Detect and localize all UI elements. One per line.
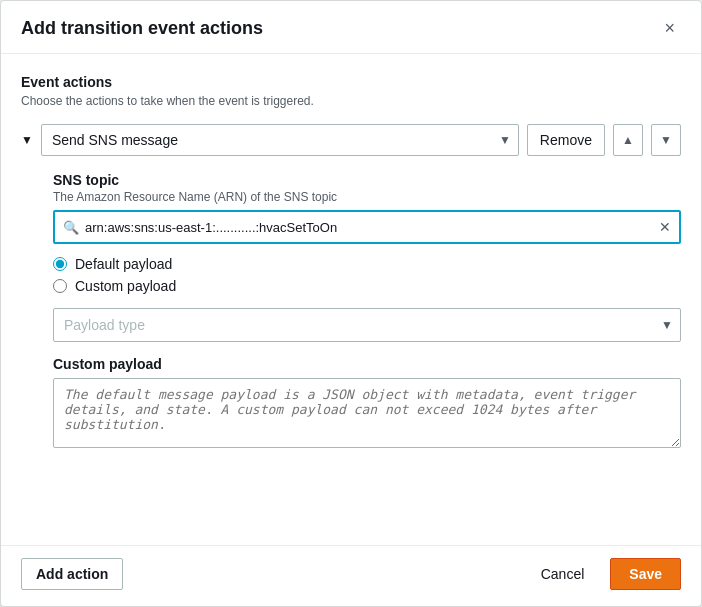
default-payload-option[interactable]: Default payload bbox=[53, 256, 681, 272]
custom-payload-label: Custom payload bbox=[53, 356, 681, 372]
default-payload-label: Default payload bbox=[75, 256, 172, 272]
modal-header: Add transition event actions × bbox=[1, 1, 701, 54]
cancel-button[interactable]: Cancel bbox=[527, 558, 599, 590]
modal-title: Add transition event actions bbox=[21, 18, 263, 39]
custom-payload-textarea[interactable] bbox=[53, 378, 681, 448]
remove-button[interactable]: Remove bbox=[527, 124, 605, 156]
action-row: ▼ Send SNS message ▼ Remove ▲ ▼ bbox=[21, 124, 681, 156]
modal-footer: Add action Cancel Save bbox=[1, 545, 701, 606]
custom-payload-option[interactable]: Custom payload bbox=[53, 278, 681, 294]
search-icon: 🔍 bbox=[63, 220, 79, 235]
payload-type-select[interactable]: Payload type bbox=[53, 308, 681, 342]
modal-dialog: Add transition event actions × Event act… bbox=[0, 0, 702, 607]
payload-type-wrapper: Payload type ▼ bbox=[53, 308, 681, 342]
collapse-arrow-icon[interactable]: ▼ bbox=[21, 133, 33, 147]
action-select[interactable]: Send SNS message bbox=[41, 124, 519, 156]
sns-topic-input-wrapper: 🔍 ✕ bbox=[53, 210, 681, 244]
save-button[interactable]: Save bbox=[610, 558, 681, 590]
event-actions-title: Event actions bbox=[21, 74, 681, 90]
custom-payload-radio[interactable] bbox=[53, 279, 67, 293]
sns-topic-section: SNS topic The Amazon Resource Name (ARN)… bbox=[53, 172, 681, 451]
sns-topic-input[interactable] bbox=[85, 220, 655, 235]
custom-payload-radio-label: Custom payload bbox=[75, 278, 176, 294]
event-actions-section: Event actions Choose the actions to take… bbox=[21, 74, 681, 108]
up-arrow-icon: ▲ bbox=[622, 133, 634, 147]
sns-topic-label: SNS topic bbox=[53, 172, 681, 188]
add-action-button[interactable]: Add action bbox=[21, 558, 123, 590]
sns-topic-description: The Amazon Resource Name (ARN) of the SN… bbox=[53, 190, 681, 204]
event-actions-description: Choose the actions to take when the even… bbox=[21, 94, 681, 108]
action-select-wrapper: Send SNS message ▼ bbox=[41, 124, 519, 156]
move-down-button[interactable]: ▼ bbox=[651, 124, 681, 156]
close-button[interactable]: × bbox=[658, 17, 681, 39]
down-arrow-icon: ▼ bbox=[660, 133, 672, 147]
move-up-button[interactable]: ▲ bbox=[613, 124, 643, 156]
payload-radio-group: Default payload Custom payload bbox=[53, 256, 681, 294]
default-payload-radio[interactable] bbox=[53, 257, 67, 271]
modal-body: Event actions Choose the actions to take… bbox=[1, 54, 701, 545]
clear-icon[interactable]: ✕ bbox=[659, 219, 671, 235]
footer-right: Cancel Save bbox=[527, 558, 681, 590]
